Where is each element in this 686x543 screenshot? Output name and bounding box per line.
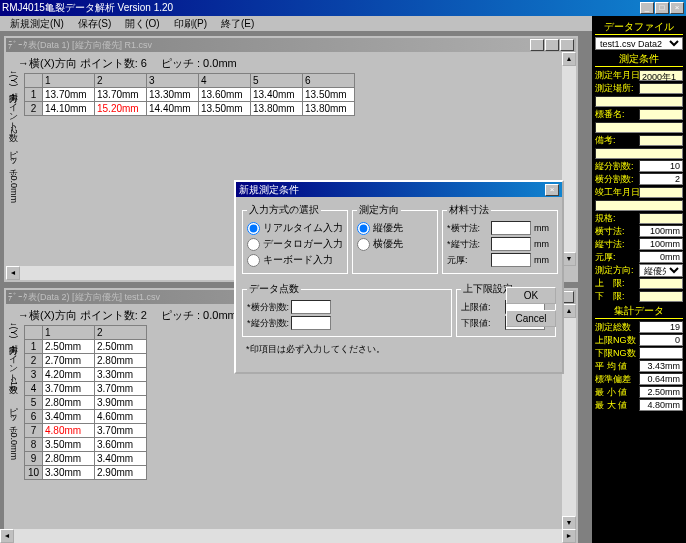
input-logger-radio[interactable] xyxy=(247,238,260,251)
file-select[interactable]: test1.csv Data2 xyxy=(595,37,683,50)
mdi1-pitch-label: ピッチ : 0.0mm xyxy=(161,56,237,71)
table-row: 74.80mm3.70mm xyxy=(25,424,147,438)
cancel-button[interactable]: Cancel xyxy=(506,310,556,327)
app-titlebar: RMJ4015亀裂データ解析 Version 1.20 _ □ × xyxy=(0,0,686,16)
ok-button[interactable]: OK xyxy=(506,287,556,304)
table-row: 103.30mm2.90mm xyxy=(25,466,147,480)
table-row: 52.80mm3.90mm xyxy=(25,396,147,410)
maximize-icon[interactable]: □ xyxy=(655,2,669,14)
width-input[interactable] xyxy=(491,221,531,235)
mdi2-direction-label: →横(X)方向 ポイント数: 2 xyxy=(18,308,147,323)
sidebar-sum-header: 集計データ xyxy=(595,304,683,319)
scroll-down-icon[interactable]: ▼ xyxy=(562,516,576,530)
minimize-icon[interactable]: _ xyxy=(640,2,654,14)
table-row: 34.20mm3.30mm xyxy=(25,368,147,382)
height-input[interactable] xyxy=(491,237,531,251)
table-row: 22.70mm2.80mm xyxy=(25,354,147,368)
mdi-close-icon[interactable]: × xyxy=(560,39,574,51)
dialog-title: 新規測定条件 xyxy=(239,183,545,197)
menu-save[interactable]: 保存(S) xyxy=(72,17,117,31)
input-keyboard-radio[interactable] xyxy=(247,254,260,267)
data-table-1: 123456113.70mm13.70mm13.30mm13.60mm13.40… xyxy=(24,73,355,116)
input-realtime-radio[interactable] xyxy=(247,222,260,235)
table-row: 12.50mm2.50mm xyxy=(25,340,147,354)
size-group: 材料寸法 *横寸法:mm *縦寸法:mm 元厚:mm xyxy=(442,203,558,274)
data-table-2: 1212.50mm2.50mm22.70mm2.80mm34.20mm3.30m… xyxy=(24,325,147,480)
close-icon[interactable]: × xyxy=(670,2,684,14)
mdi-max-icon[interactable]: □ xyxy=(545,39,559,51)
scroll-down-icon[interactable]: ▼ xyxy=(562,252,576,266)
scroll-right-icon[interactable]: ► xyxy=(562,529,576,543)
table-row: 113.70mm13.70mm13.30mm13.60mm13.40mm13.5… xyxy=(25,88,355,102)
sidebar-file-header: データファイル xyxy=(595,20,683,35)
input-method-group: 入力方式の選択 リアルタイム入力 データロガー入力 キーボード入力 xyxy=(242,203,348,274)
mdi1-titlebar: ﾃﾞｰﾀ表(Data 1) [縦方向優先] R1.csv _ □ × xyxy=(6,38,576,52)
table-row: 83.50mm3.60mm xyxy=(25,438,147,452)
scroll-left-icon[interactable]: ◄ xyxy=(0,529,14,543)
mdi2-pitch-label: ピッチ : 0.0mm xyxy=(161,308,237,323)
vcount-input[interactable] xyxy=(291,316,331,330)
table-row: 43.70mm3.70mm xyxy=(25,382,147,396)
scroll-up-icon[interactable]: ▲ xyxy=(562,52,576,66)
dir-horizontal-radio[interactable] xyxy=(357,238,370,251)
menu-print[interactable]: 印刷(P) xyxy=(168,17,213,31)
menu-bar: 新規測定(N) 保存(S) 開く(O) 印刷(P) 終了(E) xyxy=(0,16,686,32)
count-group: データ点数 *横分割数: *縦分割数: xyxy=(242,282,452,337)
mdi-min-icon[interactable]: _ xyxy=(530,39,544,51)
app-title: RMJ4015亀裂データ解析 Version 1.20 xyxy=(2,1,640,15)
menu-exit[interactable]: 終了(E) xyxy=(215,17,260,31)
scroll-up-icon[interactable]: ▲ xyxy=(562,304,576,318)
new-measurement-dialog: 新規測定条件 × 入力方式の選択 リアルタイム入力 データロガー入力 キーボード… xyxy=(234,180,564,374)
menu-open[interactable]: 開く(O) xyxy=(119,17,165,31)
table-row: 63.40mm4.60mm xyxy=(25,410,147,424)
table-row: 214.10mm15.20mm14.40mm13.50mm13.80mm13.8… xyxy=(25,102,355,116)
dir-vertical-radio[interactable] xyxy=(357,222,370,235)
mdi1-vertical-label: ↓(Y)方向ポイント数:2 ピッチ:0.0mm xyxy=(6,70,20,203)
dialog-note: *印項目は必ず入力してください。 xyxy=(246,343,552,356)
sidebar-panel: データファイル test1.csv Data2 測定条件 測定年月日:2000年… xyxy=(592,16,686,543)
sidebar-cond-header: 測定条件 xyxy=(595,52,683,67)
menu-new[interactable]: 新規測定(N) xyxy=(4,17,70,31)
dialog-close-icon[interactable]: × xyxy=(545,184,559,196)
direction-group: 測定方向 縦優先 横優先 xyxy=(352,203,438,274)
scroll-left-icon[interactable]: ◄ xyxy=(6,266,20,280)
thickness-input[interactable] xyxy=(491,253,531,267)
hcount-input[interactable] xyxy=(291,300,331,314)
mdi2-vertical-label: ↓(Y)方向ポイント数:10 ピッチ:0.0mm xyxy=(6,322,20,460)
table-row: 92.80mm3.40mm xyxy=(25,452,147,466)
direction-select[interactable]: 縦優先 xyxy=(639,264,683,277)
mdi1-direction-label: →横(X)方向 ポイント数: 6 xyxy=(18,56,147,71)
